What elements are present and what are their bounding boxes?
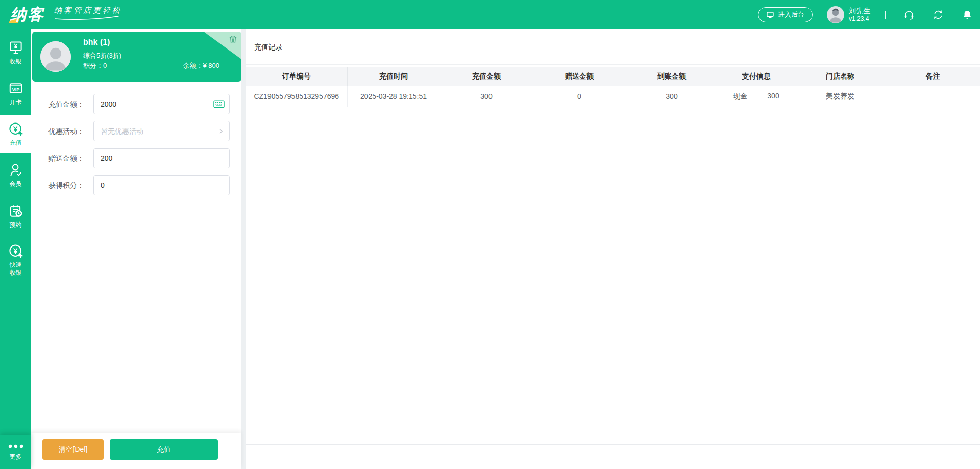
col-time: 充值时间 [347,67,440,86]
cashier-monitor-icon [8,40,23,55]
points-label: 获得积分： [31,175,84,195]
form-row-gift: 赠送金额： [31,148,241,168]
chevron-right-icon[interactable] [217,121,225,141]
cell-remark [886,86,980,107]
records-title: 充值记录 [246,29,980,65]
recharge-panel-footer: 清空[Del] 充值 [31,433,241,469]
cell-amount: 300 [440,86,533,107]
col-store: 门店名称 [795,67,886,86]
user-info[interactable]: 刘先生 v1.23.4 [849,7,870,23]
sidebar-item-label: 收银 [8,58,23,65]
user-name: 刘先生 [849,7,870,15]
tagline-underline-swoosh [54,16,119,20]
sidebar-item-members[interactable]: 会员 [0,156,31,193]
recharge-records-panel: 充值记录 订单编号 充值时间 充值金额 赠送金额 到账金额 支付信息 门店名称 … [246,29,980,469]
recharge-submit-button[interactable]: 充值 [110,439,218,460]
enter-backend-button[interactable]: 进入后台 [758,7,813,22]
clear-button[interactable]: 清空[Del] [42,439,104,460]
sidebar-item-label: 会员 [8,180,23,188]
cell-time: 2025-03-28 19:15:51 [347,86,440,107]
topbar-divider [885,11,886,19]
cell-order-no: CZ1905579585132957696 [246,86,347,107]
table-row[interactable]: CZ1905579585132957696 2025-03-28 19:15:5… [246,86,980,107]
trash-icon [228,34,238,45]
gift-input[interactable] [93,148,230,168]
amount-label: 充值金额： [31,94,84,114]
logo-text: 纳客 [8,2,47,28]
recharge-panel: bhk (1) 综合5折(3折) 积分：0 余额：¥ 800 充值金额： 优惠活… [31,29,241,469]
promotion-label: 优惠活动： [31,121,84,141]
app-version: v1.23.4 [849,15,870,23]
svg-text:VIP: VIP [12,87,19,92]
cell-received: 300 [626,86,718,107]
member-balance: 余额：¥ 800 [183,61,219,70]
sidebar-item-recharge[interactable]: 充值 [0,115,31,153]
recharge-icon [8,121,23,137]
more-dots-icon [7,443,24,449]
col-remark: 备注 [886,67,980,86]
quick-cashier-icon [8,243,23,259]
sidebar-item-label: 充值 [8,139,23,147]
booking-calendar-icon [8,203,23,218]
remove-member-button[interactable] [228,34,238,45]
sidebar-item-quick-cashier[interactable]: 快速收银 [0,237,31,282]
cell-store: 美发养发 [795,86,886,107]
recharge-form: 充值金额： 优惠活动： 赠送金额： 获得积分： [31,94,241,202]
member-level: 综合5折(3折) [83,51,121,60]
table-header-row: 订单编号 充值时间 充值金额 赠送金额 到账金额 支付信息 门店名称 备注 [246,67,980,86]
sidebar-item-more[interactable]: 更多 [0,435,31,469]
enter-backend-label: 进入后台 [778,10,804,19]
form-row-amount: 充值金额： [31,94,241,114]
member-avatar [40,41,71,72]
points-input[interactable] [93,175,230,195]
monitor-icon [766,11,774,19]
records-footer [246,444,980,469]
brand-logo: 纳客 纳客管店更轻松 [8,2,122,28]
keyboard-icon[interactable] [213,94,225,114]
sidebar-item-label: 开卡 [8,98,23,106]
col-amount: 充值金额 [440,67,533,86]
col-order-no: 订单编号 [246,67,347,86]
col-payment: 支付信息 [718,67,795,86]
cell-payment: 现金300 [718,86,795,107]
user-avatar[interactable] [827,6,844,23]
form-row-promotion: 优惠活动： [31,121,241,141]
cell-gift: 0 [533,86,626,107]
recharge-records-table: 订单编号 充值时间 充值金额 赠送金额 到账金额 支付信息 门店名称 备注 CZ… [246,67,980,107]
sidebar-item-label: 预约 [8,221,23,229]
bell-icon[interactable] [962,9,973,20]
sidebar-nav: 收银 VIP 开卡 充值 会员 [0,29,31,469]
pay-amount: 300 [767,92,779,100]
top-header-bar: 纳客 纳客管店更轻松 进入后台 刘先生 v1. [0,0,980,29]
col-gift: 赠送金额 [533,67,626,86]
brand-tagline: 纳客管店更轻松 [54,6,122,20]
sidebar-item-booking[interactable]: 预约 [0,196,31,234]
amount-input[interactable] [93,94,230,114]
member-points: 积分：0 [83,61,107,70]
sidebar-item-vip-card[interactable]: VIP 开卡 [0,74,31,112]
vip-card-icon: VIP [8,81,23,96]
tagline-text: 纳客管店更轻松 [54,6,122,15]
form-row-points: 获得积分： [31,175,241,195]
sidebar-item-cashier[interactable]: 收银 [0,33,31,71]
sync-icon[interactable] [933,9,944,20]
member-person-icon [8,162,23,178]
sidebar-item-label: 快速收银 [8,261,23,277]
member-name: bhk (1) [83,38,110,47]
pay-method: 现金 [733,92,747,100]
customer-service-icon[interactable] [903,9,915,20]
col-received: 到账金额 [626,67,718,86]
payment-separator [757,93,757,100]
more-label: 更多 [10,453,22,461]
member-card: bhk (1) 综合5折(3折) 积分：0 余额：¥ 800 [32,32,241,82]
gift-label: 赠送金额： [31,148,84,168]
promotion-select[interactable] [93,121,230,141]
